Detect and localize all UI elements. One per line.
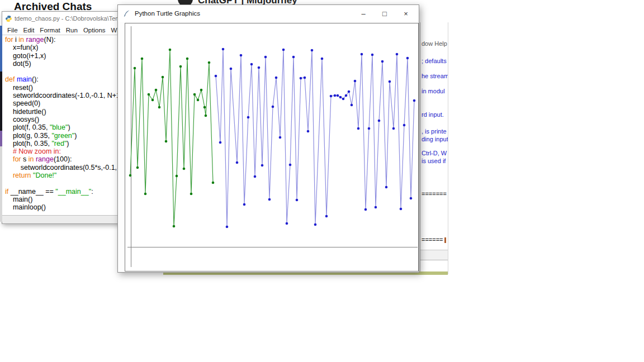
shell-menu-fragment: dow Help: [422, 40, 447, 47]
f-blue-series-dot: [304, 77, 306, 79]
f-blue-series-dot: [357, 127, 360, 130]
turtle-canvas[interactable]: [125, 23, 419, 272]
desktop: Archived Chats ChatGPT | Midjourney dow …: [0, 0, 644, 362]
f-blue-series-dot: [307, 130, 310, 133]
f-blue-series-dot: [261, 164, 264, 167]
shell-statusbar: [420, 250, 448, 260]
shell-line: ; defaults: [422, 58, 447, 64]
f-blue-series-line: [216, 49, 414, 227]
f-blue-series-dot: [289, 164, 292, 166]
close-button[interactable]: ×: [397, 7, 414, 20]
f-blue-series-dot: [330, 95, 333, 98]
code-line: setworldcoordinates(0.5*s,-0.1, N: [5, 164, 121, 172]
code-line: goto(i+1,x): [5, 52, 121, 60]
python-file-icon: [5, 15, 12, 22]
code-line: plot(f, 0.35, "blue"): [5, 123, 121, 131]
f-blue-series-dot: [342, 98, 345, 101]
g-green-series-dot: [158, 106, 161, 109]
f-blue-series-dot: [410, 197, 413, 200]
g-green-series-dot: [162, 76, 164, 79]
code-line: plot(h, 0.35, "red"): [5, 140, 121, 147]
f-blue-series-dot: [361, 53, 363, 56]
f-blue-series-dot: [264, 56, 267, 59]
g-green-series-line: [130, 50, 213, 226]
shell-line: ======: [422, 236, 446, 243]
f-blue-series-dot: [400, 208, 402, 211]
menu-item-run[interactable]: Run: [63, 27, 80, 34]
g-green-series-dot: [208, 61, 211, 64]
edge-strip-segment: [0, 26, 2, 72]
turtle-titlebar[interactable]: Python Turtle Graphics – □ ×: [118, 5, 419, 22]
f-blue-series-dot: [296, 199, 299, 202]
minimize-button[interactable]: –: [355, 7, 372, 20]
f-blue-series-dot: [381, 60, 384, 63]
g-green-series-dot: [212, 182, 215, 184]
code-line: # Now zoom in:: [5, 147, 121, 155]
code-line: main(): [5, 196, 121, 203]
menu-item-options[interactable]: Options: [80, 27, 108, 34]
f-blue-series-dot: [351, 104, 353, 107]
f-blue-series-dot: [311, 49, 314, 52]
g-green-series-dot: [183, 168, 186, 170]
f-blue-series-dot: [286, 222, 288, 225]
edge-strip-segment: [0, 131, 2, 146]
code-line: plot(g, 0.35, "green"): [5, 132, 121, 140]
f-blue-series-dot: [314, 223, 317, 226]
maximize-button[interactable]: □: [376, 7, 393, 20]
f-blue-series-dot: [247, 116, 250, 119]
f-blue-series-dot: [337, 94, 339, 97]
f-blue-series-dot: [378, 120, 381, 122]
f-blue-series-dot: [268, 198, 271, 201]
menu-item-edit[interactable]: Edit: [21, 27, 37, 34]
code-line: if __name__ == "__main__":: [5, 188, 121, 196]
f-blue-series-dot: [334, 94, 337, 97]
idle-editor-window: tdemo_chaos.py - C:\Dobrovolska\Tema1\ F…: [2, 11, 121, 224]
code-area[interactable]: for i in range(N): x=fun(x) goto(i+1,x) …: [2, 36, 121, 212]
f-blue-series-dot: [236, 161, 239, 164]
f-blue-series-dot: [413, 99, 416, 102]
turtle-window-title: Python Turtle Graphics: [135, 10, 355, 17]
code-line: mainloop(): [5, 203, 121, 211]
shell-line: in modul: [422, 88, 445, 94]
g-green-series-dot: [203, 106, 206, 109]
f-blue-series-dot: [385, 186, 388, 189]
code-line: speed(0): [5, 99, 121, 107]
idle-titlebar[interactable]: tdemo_chaos.py - C:\Dobrovolska\Tema1\: [2, 12, 121, 26]
f-blue-series-dot: [219, 141, 222, 144]
f-blue-series-dot: [375, 206, 377, 209]
g-green-series-dot: [151, 99, 154, 102]
f-blue-series-dot: [275, 77, 278, 79]
g-green-series-dot: [205, 115, 207, 117]
g-green-series-dot: [179, 65, 182, 68]
menu-item-file[interactable]: File: [4, 27, 21, 34]
g-green-series-dot: [186, 58, 189, 60]
g-green-series-dot: [134, 67, 136, 70]
idle-statusbar: [2, 215, 121, 223]
f-blue-series-dot: [279, 136, 282, 139]
f-blue-series-dot: [230, 68, 233, 70]
f-blue-series-dot: [243, 203, 246, 206]
shell-line: is used if: [422, 158, 446, 164]
shell-line: Ctrl-D, W: [422, 150, 447, 156]
f-blue-series-dot: [321, 58, 324, 60]
f-blue-series-dot: [406, 57, 409, 60]
f-blue-series-dot: [254, 175, 257, 178]
g-green-series-dot: [200, 89, 203, 92]
code-line: reset(): [5, 84, 121, 92]
f-blue-series-dot: [354, 80, 357, 83]
shell-window-partial: dow Help ; defaultshe streamin modulrd i…: [420, 22, 448, 274]
tk-feather-icon: [123, 9, 131, 17]
g-green-series-dot: [165, 140, 168, 143]
idle-menubar: FileEditFormatRunOptionsWindowHelp: [2, 26, 121, 35]
f-blue-series-dot: [392, 127, 395, 130]
edge-strip-segment: [0, 72, 2, 131]
shell-line: rd input.: [422, 111, 444, 118]
code-line: coosys(): [5, 116, 121, 123]
g-green-series-dot: [176, 175, 178, 178]
f-blue-series-dot: [325, 215, 328, 218]
code-line: for i in range(N):: [5, 36, 121, 44]
code-line: setworldcoordinates(-1.0,-0.1, N+1,: [5, 92, 121, 99]
f-blue-series-dot: [282, 49, 285, 51]
menu-item-format[interactable]: Format: [37, 27, 63, 34]
f-blue-series-dot: [222, 48, 225, 51]
